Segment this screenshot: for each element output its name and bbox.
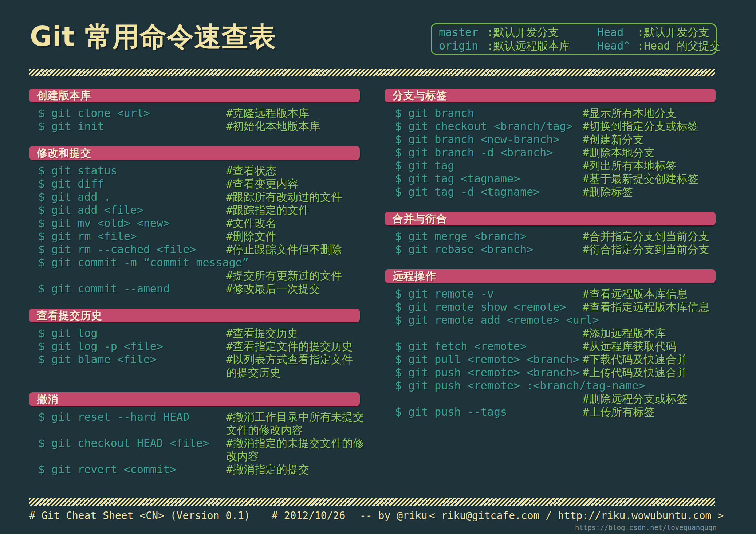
- command-text: $ git push <remote> :<branch/tag-name>: [385, 379, 583, 392]
- legend-description: :Head 的父提交: [637, 39, 720, 52]
- footer-sheet-name: # Git Cheat Sheet <CN> (Version 0.1): [29, 509, 250, 522]
- legend-box: master:默认开发分支Head:默认开发分支origin:默认远程版本库He…: [431, 23, 717, 55]
- command-row: $ git tag#列出所有本地标签: [385, 159, 716, 172]
- command-text: [29, 269, 226, 282]
- command-section: 修改和提交$ git status#查看状态$ git diff#查看变更内容$…: [29, 146, 360, 295]
- command-text: $ git init: [29, 120, 226, 133]
- command-row: $ git status#查看状态: [29, 164, 360, 177]
- command-row: #添加远程版本库: [385, 327, 716, 340]
- command-text: $ git add .: [29, 191, 226, 204]
- command-row: $ git tag -d <tagname>#删除标签: [385, 185, 716, 199]
- command-text: $ git checkout HEAD <file>: [29, 437, 226, 450]
- command-row: $ git add .#跟踪所有改动过的文件: [29, 191, 360, 204]
- command-text: $ git add <file>: [29, 204, 226, 217]
- command-row: $ git mv <old> <new>#文件改名: [29, 217, 360, 230]
- command-row: $ git remote -v#查看远程版本库信息: [385, 287, 716, 301]
- command-section: 创建版本库$ git clone <url>#克隆远程版本库$ git init…: [29, 89, 360, 133]
- command-text: $ git commit -m “commit message”: [29, 256, 226, 269]
- comment-text: #删除远程分支或标签: [583, 392, 688, 405]
- command-text: $ git pull <remote> <branch>: [385, 353, 583, 366]
- legend-term: master: [439, 26, 487, 39]
- column-left: 创建版本库$ git clone <url>#克隆远程版本库$ git init…: [29, 89, 360, 489]
- comment-text: #上传所有标签: [583, 405, 655, 419]
- command-text: $ git fetch <remote>: [385, 340, 583, 353]
- command-text: $ git remote -v: [385, 287, 583, 301]
- section-header: 创建版本库: [29, 89, 360, 102]
- comment-text: #停止跟踪文件但不删除: [226, 243, 342, 256]
- command-text: $ git push --tags: [385, 405, 583, 419]
- comment-text: 文件的修改内容: [226, 424, 303, 437]
- command-text: [29, 366, 226, 379]
- legend-description: :默认开发分支: [637, 26, 720, 39]
- comment-text: #撤消指定的未提交文件的修: [226, 437, 364, 450]
- command-row: $ git blame <file>#以列表方式查看指定文件: [29, 353, 360, 366]
- comment-text: #删除文件: [226, 230, 276, 243]
- command-row: $ git rebase <branch>#衍合指定分支到当前分支: [385, 243, 716, 256]
- command-text: $ git tag <tagname>: [385, 172, 583, 185]
- command-section: 合并与衍合$ git merge <branch>#合并指定分支到当前分支$ g…: [385, 212, 716, 256]
- comment-text: #合并指定分支到当前分支: [583, 230, 709, 243]
- comment-text: #查看远程版本库信息: [583, 287, 688, 301]
- command-row: $ git rm --cached <file>#停止跟踪文件但不删除: [29, 243, 360, 256]
- comment-text: #提交所有更新过的文件: [226, 269, 342, 282]
- comment-text: #查看状态: [226, 164, 276, 177]
- comment-text: #删除标签: [583, 185, 633, 199]
- command-text: $ git blame <file>: [29, 353, 226, 366]
- command-text: $ git rm --cached <file>: [29, 243, 226, 256]
- footer-author: -- by @riku: [360, 509, 427, 522]
- comment-text: #查看指定文件的提交历史: [226, 340, 353, 353]
- command-row: $ git push <remote> :<branch/tag-name>: [385, 379, 716, 392]
- command-row: $ git push --tags#上传所有标签: [385, 405, 716, 419]
- command-row: $ git log#查看提交历史: [29, 327, 360, 340]
- command-text: $ git push <remote> <branch>: [385, 366, 583, 379]
- command-text: $ git clone <url>: [29, 107, 226, 120]
- comment-text: #跟踪所有改动过的文件: [226, 191, 342, 204]
- command-text: $ git status: [29, 164, 226, 177]
- comment-text: #文件改名: [226, 217, 276, 230]
- section-header: 远程操作: [385, 269, 716, 283]
- section-header: 撤消: [29, 392, 360, 406]
- command-text: $ git revert <commit>: [29, 463, 226, 476]
- command-text: $ git branch <new-branch>: [385, 133, 583, 146]
- comment-text: #创建新分支: [583, 133, 644, 146]
- section-header: 查看提交历史: [29, 309, 360, 322]
- comment-text: #添加远程版本库: [583, 327, 666, 340]
- command-row: $ git commit --amend#修改最后一次提交: [29, 282, 360, 295]
- command-text: $ git commit --amend: [29, 282, 226, 295]
- command-text: $ git reset --hard HEAD: [29, 411, 226, 424]
- comment-text: #下载代码及快速合并: [583, 353, 688, 366]
- command-row: $ git branch <new-branch>#创建新分支: [385, 133, 716, 146]
- command-row: 文件的修改内容: [29, 424, 360, 437]
- command-text: $ git merge <branch>: [385, 230, 583, 243]
- command-row: #删除远程分支或标签: [385, 392, 716, 405]
- command-text: [29, 424, 226, 437]
- command-row: $ git branch -d <branch>#删除本地分支: [385, 146, 716, 159]
- section-header: 修改和提交: [29, 146, 360, 160]
- command-row: $ git rm <file>#删除文件: [29, 230, 360, 243]
- command-row: $ git push <remote> <branch>#上传代码及快速合并: [385, 366, 716, 379]
- page-title: Git 常用命令速查表: [30, 21, 276, 52]
- command-text: $ git remote add <remote> <url>: [385, 314, 583, 327]
- command-section: 远程操作$ git remote -v#查看远程版本库信息$ git remot…: [385, 269, 716, 419]
- command-row: $ git add <file>#跟踪指定的文件: [29, 204, 360, 217]
- comment-text: 改内容: [226, 450, 259, 463]
- command-text: $ git checkout <branch/tag>: [385, 120, 583, 133]
- footer-contact: < riku@gitcafe.com / http://riku.wowubun…: [429, 509, 724, 522]
- comment-text: #初始化本地版本库: [226, 120, 320, 133]
- command-row: $ git remote show <remote>#查看指定远程版本库信息: [385, 301, 716, 314]
- comment-text: #修改最后一次提交: [226, 282, 320, 295]
- command-row: 改内容: [29, 450, 360, 463]
- command-section: 查看提交历史$ git log#查看提交历史$ git log -p <file…: [29, 309, 360, 379]
- command-text: $ git rebase <branch>: [385, 243, 583, 256]
- command-row: $ git init#初始化本地版本库: [29, 120, 360, 133]
- command-row: $ git merge <branch>#合并指定分支到当前分支: [385, 230, 716, 243]
- comment-text: #删除本地分支: [583, 146, 655, 159]
- comment-text: #基于最新提交创建标签: [583, 172, 698, 185]
- command-row: $ git remote add <remote> <url>: [385, 314, 716, 327]
- comment-text: #从远程库获取代码: [583, 340, 677, 353]
- comment-text: #查看指定远程版本库信息: [583, 301, 709, 314]
- comment-text: #撤消指定的提交: [226, 463, 309, 476]
- comment-text: #切换到指定分支或标签: [583, 120, 698, 133]
- column-right: 分支与标签$ git branch#显示所有本地分支$ git checkout…: [385, 89, 716, 432]
- legend-description: :默认开发分支: [487, 26, 597, 39]
